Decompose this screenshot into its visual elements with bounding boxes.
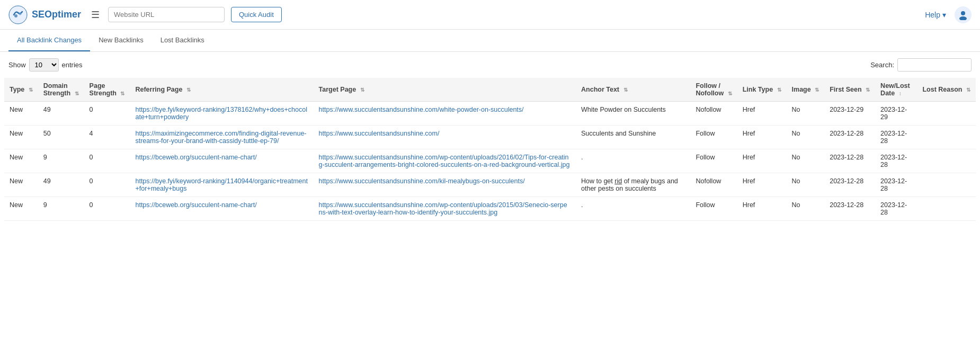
- table-controls: Show 10 25 50 100 entries Search:: [0, 52, 980, 78]
- cell-anchor-text: .: [576, 149, 690, 173]
- user-icon: [958, 10, 968, 20]
- col-follow[interactable]: Follow /Nofollow ⇅: [690, 78, 737, 102]
- cell-new-lost-date: 2023-12-28: [875, 173, 917, 197]
- cell-image: No: [787, 149, 825, 173]
- quick-audit-button[interactable]: Quick Audit: [231, 7, 282, 22]
- table-link[interactable]: https://www.succulentsandsunshine.com/wh…: [319, 106, 524, 113]
- cell-follow: Follow: [690, 126, 737, 149]
- col-page-strength[interactable]: PageStrength ⇅: [84, 78, 130, 102]
- col-image[interactable]: Image ⇅: [787, 78, 825, 102]
- table-link[interactable]: https://bye.fyi/keyword-ranking/1378162/…: [135, 106, 307, 121]
- col-lost-reason[interactable]: Lost Reason ⇅: [917, 78, 976, 102]
- cell-image: No: [787, 126, 825, 149]
- table-row: New90https://bceweb.org/succulent-name-c…: [4, 197, 976, 221]
- hamburger-button[interactable]: ☰: [89, 7, 102, 23]
- cell-referring-page[interactable]: https://bye.fyi/keyword-ranking/1378162/…: [130, 102, 313, 126]
- entries-select[interactable]: 10 25 50 100: [29, 58, 59, 72]
- cell-image: No: [787, 197, 825, 221]
- cell-anchor-text: White Powder on Succulents: [576, 102, 690, 126]
- cell-target-page[interactable]: https://www.succulentsandsunshine.com/wp…: [314, 149, 576, 173]
- cell-first-seen: 2023-12-29: [824, 102, 875, 126]
- sort-icon-firstseen: ⇅: [866, 87, 870, 93]
- cell-domain-strength: 50: [38, 126, 84, 149]
- cell-link-type: Href: [737, 173, 787, 197]
- table-link[interactable]: https://www.succulentsandsunshine.com/: [319, 130, 440, 137]
- col-referring-page[interactable]: Referring Page ⇅: [130, 78, 313, 102]
- cell-first-seen: 2023-12-28: [824, 173, 875, 197]
- table-body: New490https://bye.fyi/keyword-ranking/13…: [4, 102, 976, 221]
- sort-icon-lostreason: ⇅: [966, 87, 970, 93]
- search-input[interactable]: [897, 58, 972, 72]
- cell-anchor-text: How to get rid of mealy bugs and other p…: [576, 173, 690, 197]
- cell-page-strength: 0: [84, 173, 130, 197]
- help-label: Help: [925, 11, 940, 19]
- table-link[interactable]: https://maximizingecommerce.com/finding-…: [135, 130, 306, 145]
- sort-icon-target: ⇅: [360, 87, 364, 93]
- col-link-type[interactable]: Link Type ⇅: [737, 78, 787, 102]
- col-domain-strength[interactable]: DomainStrength ⇅: [38, 78, 84, 102]
- cell-referring-page[interactable]: https://maximizingecommerce.com/finding-…: [130, 126, 313, 149]
- table-row: New490https://bye.fyi/keyword-ranking/13…: [4, 102, 976, 126]
- help-button[interactable]: Help ▾: [925, 11, 946, 19]
- backlinks-table: Type ⇅ DomainStrength ⇅ PageStrength ⇅ R…: [4, 78, 976, 221]
- sort-icon-type: ⇅: [29, 87, 33, 93]
- entries-label: entries: [62, 61, 83, 69]
- cell-anchor-text: .: [576, 197, 690, 221]
- col-first-seen[interactable]: First Seen ⇅: [824, 78, 875, 102]
- cell-domain-strength: 9: [38, 197, 84, 221]
- logo-text: SEOptimer: [32, 9, 81, 20]
- svg-point-4: [959, 16, 967, 20]
- cell-domain-strength: 9: [38, 149, 84, 173]
- col-anchor-text[interactable]: Anchor Text ⇅: [576, 78, 690, 102]
- table-link[interactable]: https://www.succulentsandsunshine.com/wp…: [319, 154, 570, 168]
- table-header-row: Type ⇅ DomainStrength ⇅ PageStrength ⇅ R…: [4, 78, 976, 102]
- cell-anchor-text: Succulents and Sunshine: [576, 126, 690, 149]
- table-link[interactable]: https://bceweb.org/succulent-name-chart/: [135, 154, 256, 161]
- sort-icon-anchor: ⇅: [623, 87, 628, 93]
- tab-all-backlink-changes[interactable]: All Backlink Changes: [8, 30, 90, 51]
- tab-new-backlinks[interactable]: New Backlinks: [90, 30, 152, 51]
- cell-new-lost-date: 2023-12-28: [875, 197, 917, 221]
- cell-referring-page[interactable]: https://bceweb.org/succulent-name-chart/: [130, 197, 313, 221]
- tabs-bar: All Backlink Changes New Backlinks Lost …: [0, 30, 980, 52]
- table-link[interactable]: https://www.succulentsandsunshine.com/ki…: [319, 177, 525, 185]
- cell-domain-strength: 49: [38, 102, 84, 126]
- cell-image: No: [787, 102, 825, 126]
- svg-point-1: [14, 14, 17, 17]
- sort-icon-referring: ⇅: [186, 87, 191, 93]
- cell-page-strength: 0: [84, 102, 130, 126]
- cell-target-page[interactable]: https://www.succulentsandsunshine.com/: [314, 126, 576, 149]
- sort-icon-linktype: ⇅: [777, 87, 781, 93]
- sort-icon-image: ⇅: [815, 87, 819, 93]
- cell-target-page[interactable]: https://www.succulentsandsunshine.com/ki…: [314, 173, 576, 197]
- sort-icon-domain: ⇅: [75, 91, 79, 96]
- cell-referring-page[interactable]: https://bceweb.org/succulent-name-chart/: [130, 149, 313, 173]
- col-target-page[interactable]: Target Page ⇅: [314, 78, 576, 102]
- cell-target-page[interactable]: https://www.succulentsandsunshine.com/wp…: [314, 197, 576, 221]
- cell-lost-reason: [917, 149, 976, 173]
- svg-point-2: [19, 12, 22, 15]
- col-new-lost-date[interactable]: New/LostDate ↕: [875, 78, 917, 102]
- user-avatar[interactable]: [955, 6, 972, 23]
- cell-follow: Follow: [690, 149, 737, 173]
- cell-page-strength: 4: [84, 126, 130, 149]
- table-link[interactable]: https://www.succulentsandsunshine.com/wp…: [319, 201, 567, 216]
- cell-lost-reason: [917, 102, 976, 126]
- sort-icon-follow: ⇅: [728, 91, 732, 96]
- svg-point-3: [961, 11, 965, 15]
- cell-target-page[interactable]: https://www.succulentsandsunshine.com/wh…: [314, 102, 576, 126]
- logo-area: SEOptimer: [8, 5, 83, 24]
- cell-referring-page[interactable]: https://bye.fyi/keyword-ranking/1140944/…: [130, 173, 313, 197]
- sort-icon-newlost: ↕: [899, 91, 902, 96]
- search-label: Search:: [870, 61, 894, 69]
- backlinks-table-wrapper: Type ⇅ DomainStrength ⇅ PageStrength ⇅ R…: [0, 78, 980, 221]
- url-input[interactable]: [108, 7, 225, 22]
- col-type[interactable]: Type ⇅: [4, 78, 38, 102]
- table-link[interactable]: https://bye.fyi/keyword-ranking/1140944/…: [135, 177, 308, 192]
- help-chevron-icon: ▾: [942, 11, 946, 19]
- cell-follow: Nofollow: [690, 102, 737, 126]
- cell-type: New: [4, 149, 38, 173]
- header: SEOptimer ☰ Quick Audit Help ▾: [0, 0, 980, 30]
- table-link[interactable]: https://bceweb.org/succulent-name-chart/: [135, 201, 256, 209]
- tab-lost-backlinks[interactable]: Lost Backlinks: [152, 30, 213, 51]
